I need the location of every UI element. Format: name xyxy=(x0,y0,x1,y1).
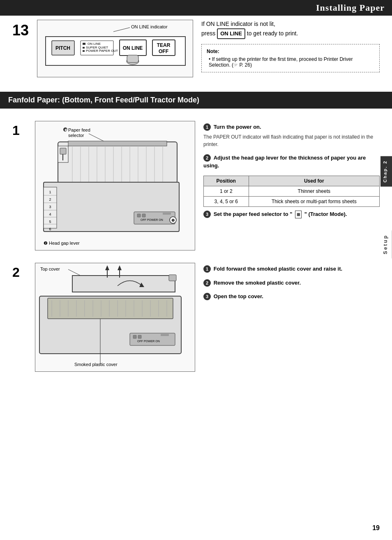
step-1-section: 1 Paper feed selector ❸ xyxy=(0,115,392,257)
step2-svg: Top cover Tab ❷ ❶ xyxy=(35,263,187,370)
page-number: 19 xyxy=(372,524,380,532)
svg-text:Top cover: Top cover xyxy=(40,267,60,271)
section-header: Fanfold Paper: (Bottom, Front Feed/Pull … xyxy=(0,92,392,109)
used-for-1: Thinner sheets xyxy=(249,186,379,196)
svg-line-23 xyxy=(89,134,105,142)
chap-tab: Chap. 2 xyxy=(380,156,392,187)
svg-text:POWER PAPER OUT: POWER PAPER OUT xyxy=(86,49,118,53)
svg-text:ON LINE: ON LINE xyxy=(123,45,143,51)
instruction-2-1: 1 Fold forward the smoked plastic cover … xyxy=(203,265,380,273)
svg-rect-80 xyxy=(48,298,173,319)
step-2-diagram: Top cover Tab ❷ ❶ xyxy=(35,263,195,372)
svg-rect-98 xyxy=(138,335,141,338)
svg-rect-6 xyxy=(83,43,85,45)
svg-text:OFF   POWER   ON: OFF POWER ON xyxy=(141,218,163,221)
note-title: Note: xyxy=(207,49,374,54)
svg-text:Paper feed: Paper feed xyxy=(68,127,90,132)
table-row: 3, 4, 5 or 6 Thick sheets or multi-part … xyxy=(204,196,380,206)
svg-rect-24 xyxy=(58,142,177,183)
svg-text:PITCH: PITCH xyxy=(55,45,70,51)
svg-rect-60 xyxy=(60,148,66,154)
step-13-number: 13 xyxy=(12,22,29,39)
svg-marker-76 xyxy=(118,265,122,270)
svg-text:❷  Head gap lever: ❷ Head gap lever xyxy=(44,241,80,246)
svg-marker-74 xyxy=(105,265,109,270)
svg-text:OFF: OFF xyxy=(159,49,168,54)
gap-table: Position Used for 1 or 2 Thinner sheets … xyxy=(203,176,380,207)
col-header-position: Position xyxy=(204,176,249,186)
svg-text:TEAR: TEAR xyxy=(157,42,171,48)
svg-text:❶: ❶ xyxy=(171,218,175,222)
online-button-label: ON LINE xyxy=(217,28,245,39)
svg-text:1: 1 xyxy=(49,190,51,194)
svg-rect-99 xyxy=(161,334,169,336)
circle-2: 2 xyxy=(203,154,211,162)
step-13-section: 13 ON LINE indicator PITCH ON LINE SUPER… xyxy=(0,20,392,86)
step-13-diagram: ON LINE indicator PITCH ON LINE SUPER QU… xyxy=(37,20,193,77)
instruction-1-1-sub: The PAPER OUT indicator will flash indic… xyxy=(203,133,380,148)
circle-2-2: 2 xyxy=(203,279,211,287)
circle-2-3: 3 xyxy=(203,293,211,300)
svg-rect-54 xyxy=(142,214,145,217)
instruction-2-3: 3 Open the top cover. xyxy=(203,292,380,301)
svg-rect-18 xyxy=(127,55,138,63)
svg-rect-55 xyxy=(163,213,171,215)
svg-text:ON LINE: ON LINE xyxy=(88,42,101,46)
svg-text:Smoked plastic cover: Smoked plastic cover xyxy=(74,362,118,367)
circle-3: 3 xyxy=(203,211,211,218)
step1-svg: Paper feed selector ❸ xyxy=(35,121,187,249)
step-2-section: 2 Top cover Tab ❷ ❶ xyxy=(0,257,392,378)
svg-rect-10 xyxy=(83,50,85,52)
page-header: Installing Paper xyxy=(0,0,392,16)
step-13-text: If ON LINE indicator is not lit, press O… xyxy=(201,20,380,72)
step-13-headline: If ON LINE indicator is not lit, press O… xyxy=(201,20,380,39)
svg-text:5: 5 xyxy=(49,220,51,224)
svg-text:3: 3 xyxy=(49,205,51,209)
step-2-number: 2 xyxy=(12,265,27,280)
circle-1: 1 xyxy=(203,123,211,131)
svg-text:OFF   POWER   ON: OFF POWER ON xyxy=(137,340,160,343)
svg-text:ON LINE indicator: ON LINE indicator xyxy=(131,24,168,29)
step13-svg: ON LINE indicator PITCH ON LINE SUPER QU… xyxy=(42,24,189,72)
instruction-1-2: 2 Adjust the head gap lever for the thic… xyxy=(203,154,380,170)
svg-marker-70 xyxy=(72,276,175,292)
svg-text:❸: ❸ xyxy=(65,128,67,132)
note-box: Note: If setting up the printer for the … xyxy=(201,44,380,72)
instruction-1-1: 1 Turn the power on. The PAPER OUT indic… xyxy=(203,123,380,148)
svg-rect-97 xyxy=(133,335,136,338)
svg-text:6: 6 xyxy=(49,227,51,231)
svg-rect-53 xyxy=(137,214,141,217)
circle-2-1: 1 xyxy=(203,265,211,273)
svg-rect-71 xyxy=(169,275,176,281)
header-title: Installing Paper xyxy=(316,2,385,13)
col-header-used-for: Used for xyxy=(249,176,379,186)
step-1-content: 1 Turn the power on. The PAPER OUT indic… xyxy=(203,121,380,224)
tractor-icon: ⊞ xyxy=(295,211,302,218)
step-2-content: 1 Fold forward the smoked plastic cover … xyxy=(203,263,380,306)
svg-text:selector: selector xyxy=(68,133,84,138)
step-1-diagram: Paper feed selector ❸ xyxy=(35,121,195,250)
svg-rect-25 xyxy=(68,141,167,146)
position-2: 3, 4, 5 or 6 xyxy=(204,196,249,206)
used-for-2: Thick sheets or multi-part forms sheets xyxy=(249,196,379,206)
instruction-2-2: 2 Remove the smoked plastic cover. xyxy=(203,279,380,287)
svg-rect-8 xyxy=(83,47,85,49)
svg-line-0 xyxy=(113,28,130,32)
table-row: 1 or 2 Thinner sheets xyxy=(204,186,380,196)
step-1-number: 1 xyxy=(12,123,27,138)
note-item: If setting up the printer for the first … xyxy=(209,56,374,68)
instruction-1-3: 3 Set the paper feed selector to " ⊞ " (… xyxy=(203,210,380,218)
position-1: 1 or 2 xyxy=(204,186,249,196)
setup-tab: Setup xyxy=(380,230,392,258)
svg-text:2: 2 xyxy=(49,197,51,202)
svg-text:4: 4 xyxy=(49,212,51,216)
